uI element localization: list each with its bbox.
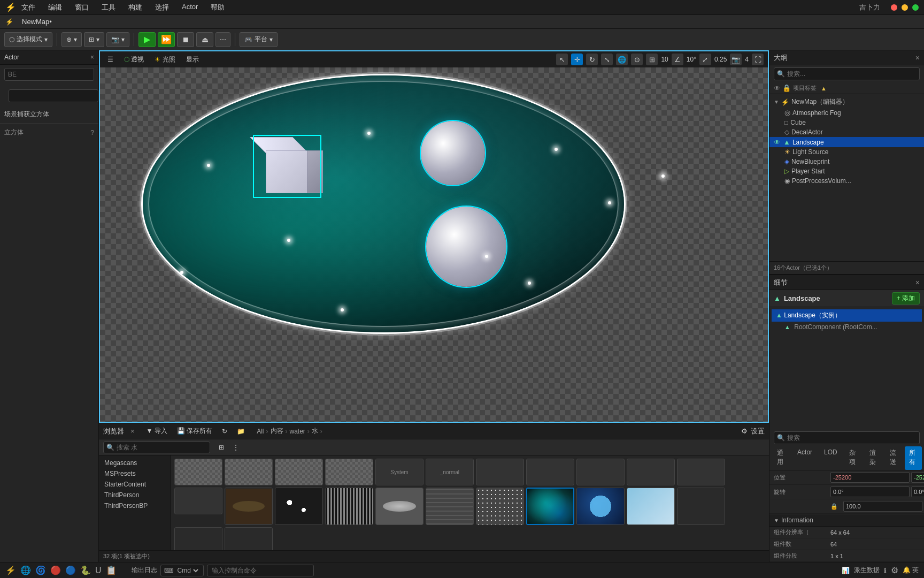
tab-render[interactable]: 渲染 [864,446,883,470]
asset-thumb-24[interactable] [225,527,273,550]
information-section-header[interactable]: ▼ Information [769,514,924,527]
cmd-select[interactable]: Cmd [175,566,200,575]
asset-thumb-15[interactable] [325,488,373,525]
tab-actor[interactable]: Actor [792,446,818,470]
details-sub-item[interactable]: ▲ RootComponent (RootCom... [772,322,922,332]
cb-sort-btn[interactable]: ⋮ [229,443,242,452]
stop-btn[interactable]: ⏹ [177,32,194,47]
scene-cube[interactable] [255,137,319,196]
cb-folder-btn[interactable]: 📁 [234,427,248,436]
source-starter[interactable]: StarterContent [101,479,168,490]
scene-landscape[interactable] [143,75,624,332]
cb-import-btn[interactable]: ▼ 导入 [143,425,171,437]
tab-all[interactable]: 所有 [905,446,922,470]
scale-x-input[interactable] [843,501,922,512]
menu-actor[interactable]: Actor [180,2,200,13]
select-tool-btn[interactable]: ↖ [556,54,568,65]
viewport[interactable]: ☰ ⬡ 透视 ☀ 光照 显示 ↖ ✛ ↻ ⤡ 🌐 ⊙ ⊞ [99,50,769,423]
tab-stream[interactable]: 流送 [884,446,904,470]
outliner-ppv-item[interactable]: ◉ PostProcessVolum... [769,176,924,186]
asset-thumb-7[interactable] [476,459,524,485]
eye-icon[interactable]: 👁 [774,85,780,92]
outliner-root-item[interactable]: ▼ ⚡ NewMap（编辑器） [769,96,924,108]
camera-btn[interactable]: 📷 ▾ [106,32,129,47]
tab-misc[interactable]: 杂项 [844,446,863,470]
asset-thumb-23[interactable] [174,527,222,550]
left-panel-close-btn[interactable]: × [90,54,94,61]
asset-thumb-16[interactable] [375,488,424,525]
bottom-icon-6[interactable]: 🐍 [80,565,91,575]
asset-thumb-11[interactable] [677,459,725,485]
bottom-icon-4[interactable]: 🔴 [50,565,61,575]
info-btn[interactable]: ℹ [884,567,887,574]
source-megascans[interactable]: Megascans [101,458,168,468]
cb-settings-label[interactable]: 设置 [751,427,765,436]
asset-thumb-22[interactable] [677,488,725,525]
pos-x-input[interactable] [830,472,910,483]
asset-thumb-9[interactable] [576,459,625,485]
outliner-light-item[interactable]: ☀ Light Source [769,147,924,157]
bottom-icon-8[interactable]: 📋 [106,565,117,575]
bottom-icon-1[interactable]: ⚡ [5,565,16,575]
cb-breadcrumb-content[interactable]: 内容 [271,427,283,436]
surface-tool-btn[interactable]: ⊙ [631,54,643,65]
source-thirdpersonbp[interactable]: ThirdPersonBP [101,500,168,511]
actor-search-input2[interactable] [9,89,98,102]
asset-thumb-13[interactable] [225,488,273,525]
details-close-btn[interactable]: × [915,278,920,287]
maximize-window-btn[interactable] [912,4,919,11]
menu-file[interactable]: 文件 [19,2,37,13]
lock-scale-icon[interactable]: 🔒 [830,503,838,510]
fullscreen-btn[interactable]: ⛶ [752,54,764,65]
asset-thumb-6[interactable]: _normal [426,459,474,485]
bottom-icon-7[interactable]: U [95,566,102,575]
select-mode-btn[interactable]: ⬡ 选择模式 ▾ [4,32,52,47]
asset-thumb-12[interactable] [174,488,222,514]
source-mspresets[interactable]: MSPresets [101,468,168,479]
bottom-icon-5[interactable]: 🔵 [65,565,76,575]
tab-lod[interactable]: LOD [819,446,843,470]
cb-breadcrumb-water[interactable]: water [290,428,305,435]
scale-tool-btn[interactable]: ⤡ [601,54,613,65]
outliner-cube-item[interactable]: □ Cube [769,118,924,127]
console-input[interactable] [207,565,314,576]
pos-y-input[interactable] [911,472,924,483]
cb-breadcrumb-all[interactable]: All [257,428,264,435]
grid-toggle-btn[interactable]: ⊞ [646,54,658,65]
details-instance-item[interactable]: ▲ Landscape（实例） [772,309,922,322]
tab-general[interactable]: 通用 [772,446,791,470]
scene-sphere2[interactable] [426,207,506,287]
asset-thumb-1[interactable] [174,459,222,485]
asset-thumb-2[interactable] [225,459,273,485]
asset-thumb-21[interactable] [627,488,675,525]
bottom-icon-2[interactable]: 🌐 [20,565,31,575]
asset-thumb-20[interactable] [576,488,625,525]
asset-thumb-4[interactable] [325,459,373,485]
cb-settings-icon[interactable]: ⚙ [741,427,748,435]
outliner-close-btn[interactable]: × [915,54,920,62]
bottom-icon-3[interactable]: 🌀 [35,565,46,575]
asset-thumb-5[interactable]: System [375,459,424,485]
details-search-input[interactable] [774,431,920,444]
asset-thumb-8[interactable] [526,459,574,485]
outliner-blueprint-item[interactable]: ◈ NewBlueprint [769,157,924,166]
cb-filter-btn[interactable]: ⊞ [215,443,227,452]
capture-cube-item[interactable]: 场景捕获立方体 [0,108,98,121]
move-tool-btn[interactable]: ✛ [571,54,583,65]
cb-refresh-btn[interactable]: ↻ [219,427,230,436]
actor-search-input[interactable] [4,68,94,81]
rotate-tool-btn[interactable]: ↻ [586,54,598,65]
asset-thumb-17[interactable] [426,488,474,525]
more-btn[interactable]: ⋯ [215,32,230,47]
lighting-btn[interactable]: ☀ 光照 [151,54,178,65]
world-tool-btn[interactable]: 🌐 [616,54,628,65]
camera-speed-btn[interactable]: 📷 [730,54,742,65]
scale-toggle-btn[interactable]: ⤢ [699,54,711,65]
lock-icon[interactable]: 🔒 [782,84,791,92]
asset-thumb-18[interactable] [476,488,524,525]
play-btn[interactable]: ▶ [138,32,156,47]
viewport-menu-btn[interactable]: ☰ [104,55,117,64]
eye-visible-icon[interactable]: 👁 [774,139,780,146]
show-btn[interactable]: 显示 [183,54,202,65]
minimize-window-btn[interactable] [902,4,908,11]
